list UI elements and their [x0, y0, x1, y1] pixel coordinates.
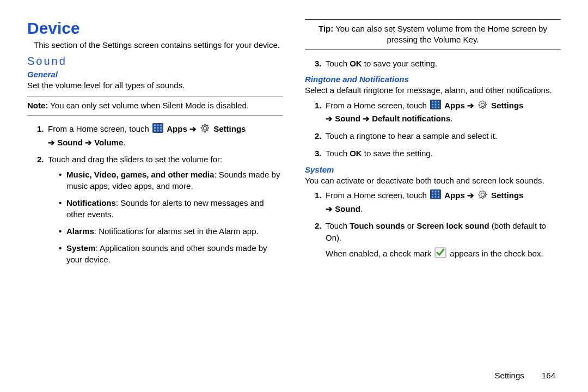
apps-icon — [430, 189, 441, 203]
settings-label: Settings — [491, 191, 523, 200]
svg-rect-22 — [435, 191, 437, 193]
arrow-icon: ➔ — [326, 114, 333, 123]
general-desc: Set the volume level for all types of so… — [27, 80, 283, 91]
r-step-3: Touch OK to save the setting. — [315, 148, 561, 160]
svg-rect-13 — [438, 101, 439, 103]
checkmark-note: When enabled, a check mark appears in th… — [326, 247, 561, 261]
note-label: Note: — [27, 101, 48, 110]
svg-rect-4 — [154, 127, 156, 129]
svg-rect-12 — [435, 101, 437, 103]
step-2: Touch and drag the sliders to set the vo… — [37, 154, 283, 265]
svg-rect-6 — [160, 127, 162, 129]
bullet-system: System: Application sounds and other sou… — [59, 242, 283, 265]
left-column: Device This section of the Settings scre… — [27, 19, 283, 271]
svg-rect-7 — [154, 130, 156, 132]
system-steps: From a Home screen, touch Apps ➔ Setting… — [315, 189, 561, 261]
r-step-1: From a Home screen, touch Apps ➔ Setting… — [315, 100, 561, 125]
system-desc: You can activate or deactivate both touc… — [305, 175, 561, 186]
note-text: You can only set volume when Silent Mode… — [48, 101, 249, 110]
settings-label: Settings — [491, 101, 523, 110]
bullet-media: Music, Video, games, and other media: So… — [59, 169, 283, 192]
s-step-2: Touch Touch sounds or Screen lock sound … — [315, 220, 561, 261]
r-step-2: Touch a ringtone to hear a sample and se… — [315, 130, 561, 142]
settings-icon — [477, 100, 488, 113]
apps-label: Apps — [167, 124, 187, 133]
svg-rect-25 — [435, 194, 437, 195]
svg-rect-19 — [438, 107, 439, 108]
ringtone-heading: Ringtone and Notifications — [305, 75, 561, 84]
svg-rect-5 — [157, 127, 159, 129]
ringtone-steps: From a Home screen, touch Apps ➔ Setting… — [315, 100, 561, 160]
svg-rect-9 — [160, 130, 162, 132]
svg-rect-15 — [435, 104, 437, 106]
svg-rect-28 — [435, 197, 437, 198]
bullet-notifications: Notifications: Sounds for alerts to new … — [59, 197, 283, 220]
apps-label: Apps — [444, 101, 465, 110]
settings-icon — [477, 189, 488, 203]
system-heading: System — [305, 165, 561, 174]
apps-label: Apps — [444, 191, 465, 200]
footer-section: Settings — [495, 371, 524, 380]
svg-rect-14 — [432, 104, 433, 106]
svg-rect-11 — [432, 101, 433, 103]
note-box: Note: You can only set volume when Silen… — [27, 96, 283, 115]
right-column: Tip: You can also set System volume from… — [305, 19, 561, 271]
general-steps-cont: Touch OK to save your setting. — [315, 58, 561, 70]
arrow-icon: ➔ — [48, 138, 55, 147]
arrow-icon: ➔ — [467, 191, 474, 200]
arrow-icon: ➔ — [189, 124, 197, 133]
tip-text: You can also set System volume from the … — [333, 24, 547, 44]
svg-rect-21 — [432, 191, 433, 193]
apps-icon — [430, 100, 441, 113]
svg-rect-27 — [432, 197, 433, 198]
page-heading: Device — [27, 19, 283, 38]
s-step-1: From a Home screen, touch Apps ➔ Setting… — [315, 189, 561, 215]
svg-rect-16 — [438, 104, 439, 106]
tip-label: Tip: — [318, 24, 333, 33]
apps-icon — [152, 123, 163, 136]
checkmark-icon — [434, 247, 446, 261]
svg-rect-1 — [154, 125, 156, 126]
bullet-alarms: Alarms: Notifications for alarms set in … — [59, 225, 283, 237]
svg-rect-26 — [438, 194, 439, 195]
svg-rect-18 — [435, 107, 437, 108]
arrow-icon: ➔ — [467, 101, 474, 110]
svg-rect-17 — [432, 107, 433, 108]
settings-icon — [200, 123, 210, 137]
arrow-icon: ➔ — [326, 204, 333, 213]
nav-path: Sound ➔ Volume — [57, 138, 123, 147]
page-footer: Settings 164 — [495, 371, 555, 380]
volume-bullets: Music, Video, games, and other media: So… — [59, 169, 283, 265]
intro-text: This section of the Settings screen cont… — [34, 40, 283, 51]
ringtone-desc: Select a default ringtone for message, a… — [305, 85, 561, 96]
nav-path: Sound ➔ Default notifications — [335, 114, 450, 123]
sound-heading: Sound — [27, 55, 283, 68]
step1-text: From a Home screen, touch — [48, 124, 151, 133]
tip-box: Tip: You can also set System volume from… — [305, 19, 561, 50]
svg-rect-29 — [438, 197, 439, 198]
general-steps: From a Home screen, touch Apps ➔ Setting… — [37, 123, 283, 265]
svg-rect-8 — [157, 130, 159, 132]
step-1: From a Home screen, touch Apps ➔ Setting… — [37, 123, 283, 149]
general-heading: General — [27, 70, 283, 79]
svg-rect-23 — [438, 191, 439, 193]
svg-rect-24 — [432, 194, 433, 195]
step-3: Touch OK to save your setting. — [315, 58, 561, 70]
page-number: 164 — [542, 371, 555, 380]
step2-text: Touch and drag the sliders to set the vo… — [48, 155, 222, 164]
svg-rect-2 — [157, 125, 159, 126]
svg-rect-3 — [160, 125, 162, 126]
nav-path: Sound — [335, 204, 360, 213]
settings-label: Settings — [213, 124, 246, 133]
